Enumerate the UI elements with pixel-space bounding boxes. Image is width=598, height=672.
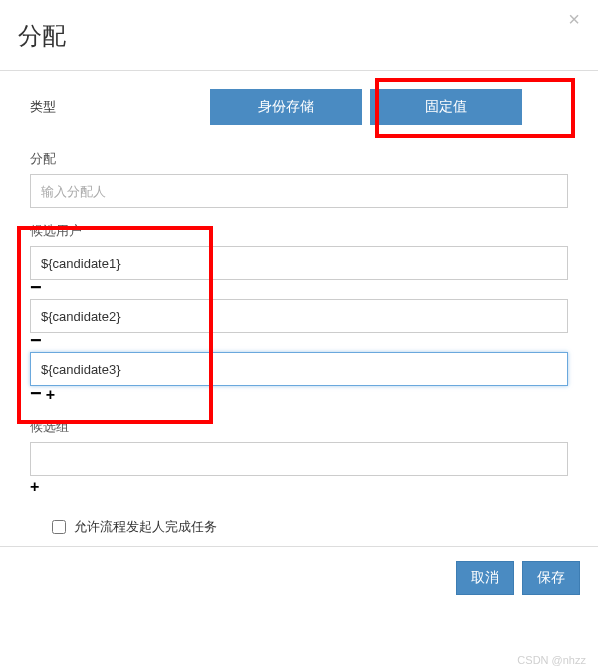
remove-icon[interactable]: − [30,333,42,347]
remove-icon[interactable]: − [30,280,42,294]
close-icon[interactable]: × [568,8,580,31]
candidate-group-input[interactable] [30,442,568,476]
type-tabs: 身份存储 固定值 [210,89,522,125]
save-button[interactable]: 保存 [522,561,580,595]
candidate-user-input[interactable] [30,352,568,386]
allow-initiator-label: 允许流程发起人完成任务 [74,518,217,536]
tab-fixed-value[interactable]: 固定值 [370,89,522,125]
assign-label: 分配 [30,150,568,168]
remove-icon[interactable]: − [30,386,42,400]
add-icon[interactable]: + [30,478,39,496]
add-icon[interactable]: + [46,386,55,404]
tab-identity-store[interactable]: 身份存储 [210,89,362,125]
cancel-button[interactable]: 取消 [456,561,514,595]
modal-title: 分配 [18,20,580,52]
assign-input[interactable] [30,174,568,208]
candidate-groups-label: 候选组 [30,418,568,436]
allow-initiator-checkbox[interactable] [52,520,66,534]
candidate-user-input[interactable] [30,246,568,280]
candidate-users-label: 候选用户 [30,222,568,240]
type-label: 类型 [30,98,210,116]
candidate-user-input[interactable] [30,299,568,333]
